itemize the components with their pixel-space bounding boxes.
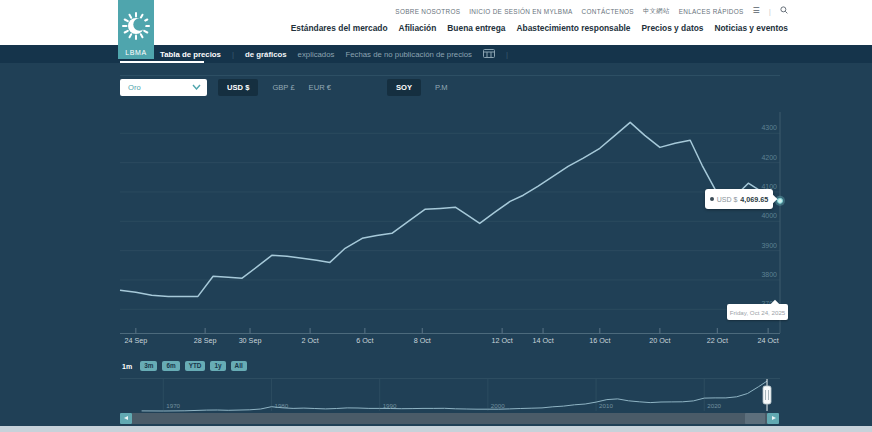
nav-prices-and-data[interactable]: Precios y datos bbox=[642, 23, 704, 33]
scrollbar-right-arrow[interactable] bbox=[767, 413, 779, 424]
x-axis-label: 22 Oct bbox=[707, 336, 728, 345]
x-axis-label: 2 Oct bbox=[301, 336, 318, 345]
x-axis-label: 24 Sep bbox=[124, 336, 147, 345]
utility-nav: SOBRE NOSOTROS INICIO DE SESIÓN EN MYLBM… bbox=[395, 6, 788, 16]
utility-link-contact[interactable]: CONTÁCTENOS bbox=[582, 8, 634, 15]
x-axis-label: 20 Oct bbox=[649, 336, 670, 345]
y-axis-label: 4300 bbox=[761, 124, 777, 131]
nav-membership[interactable]: Afiliación bbox=[399, 23, 437, 33]
tab-separator: | bbox=[506, 50, 508, 59]
navigator-year-label: 1970 bbox=[166, 402, 180, 409]
price-series-line bbox=[120, 122, 780, 296]
x-axis-label: 12 Oct bbox=[492, 336, 513, 345]
navigator-year-label: 2010 bbox=[599, 402, 613, 409]
navigator-handle[interactable] bbox=[763, 386, 771, 404]
navigator-series-line bbox=[142, 381, 767, 411]
utility-link-chinese-site[interactable]: 中文網站 bbox=[643, 7, 670, 16]
range-6m-button[interactable]: 6m bbox=[162, 361, 179, 371]
x-axis-label: 14 Oct bbox=[532, 336, 553, 345]
lbma-logo[interactable]: LBMA bbox=[118, 0, 154, 59]
scrollbar-left-arrow[interactable] bbox=[120, 413, 132, 424]
price-tabs: Tabla de precios | de gráficos explicado… bbox=[160, 48, 508, 60]
scrollbar-thumb[interactable] bbox=[745, 413, 765, 424]
navigator-year-label: 2020 bbox=[707, 402, 721, 409]
range-selector: 1m 3m 6m YTD 1y All bbox=[122, 361, 247, 371]
tab-price-table[interactable]: Tabla de precios bbox=[160, 50, 221, 59]
range-ytd-button[interactable]: YTD bbox=[185, 361, 206, 371]
x-axis-label: 6 Oct bbox=[356, 336, 373, 345]
tab-prices-explained[interactable]: explicados bbox=[298, 50, 335, 59]
active-tab-underline bbox=[120, 61, 204, 63]
lbma-logo-text: LBMA bbox=[118, 49, 154, 56]
x-axis-label: 8 Oct bbox=[414, 336, 431, 345]
price-tooltip-value: 4,069.65 bbox=[740, 195, 768, 204]
site-header: SOBRE NOSOTROS INICIO DE SESIÓN EN MYLBM… bbox=[0, 0, 872, 45]
tab-non-publication-dates[interactable]: Fechas de no publicación de precios bbox=[345, 50, 472, 59]
last-point-marker bbox=[778, 198, 783, 203]
y-axis-label: 3900 bbox=[761, 242, 777, 249]
tab-price-charts[interactable]: de gráficos bbox=[245, 50, 287, 59]
y-axis-label: 4000 bbox=[761, 212, 777, 219]
nav-news-and-events[interactable]: Noticias y eventos bbox=[714, 23, 788, 33]
y-axis-label: 4200 bbox=[761, 154, 777, 161]
menu-icon[interactable]: ☰ bbox=[753, 7, 760, 15]
price-tooltip-prefix: USD $ bbox=[717, 196, 738, 203]
page-bottom-strip bbox=[0, 426, 872, 432]
date-tooltip: Friday, Oct 24, 2025 bbox=[727, 304, 788, 320]
main-nav: Estándares del mercado Afiliación Buena … bbox=[291, 23, 788, 33]
navigator-year-label: 2000 bbox=[491, 402, 505, 409]
utility-link-about[interactable]: SOBRE NOSOTROS bbox=[395, 8, 460, 15]
range-all-button[interactable]: All bbox=[231, 361, 247, 371]
scrollbar-track[interactable] bbox=[132, 413, 767, 424]
utility-link-quick-links[interactable]: ENLACES RÁPIDOS bbox=[679, 8, 744, 15]
utility-divider: | bbox=[769, 8, 771, 15]
range-1m-selected[interactable]: 1m bbox=[122, 363, 132, 370]
x-axis-label: 24 Oct bbox=[758, 336, 779, 345]
tab-separator: | bbox=[232, 50, 234, 59]
date-tooltip-text: Friday, Oct 24, 2025 bbox=[730, 309, 786, 316]
page: SOBRE NOSOTROS INICIO DE SESIÓN EN MYLBM… bbox=[0, 0, 872, 432]
range-1y-button[interactable]: 1y bbox=[210, 361, 225, 371]
y-axis-label: 3800 bbox=[761, 271, 777, 278]
x-axis-label: 16 Oct bbox=[589, 336, 610, 345]
prices-section: Tabla de precios | de gráficos explicado… bbox=[0, 45, 872, 426]
lbma-sun-icon bbox=[118, 0, 154, 46]
x-axis-label: 30 Sep bbox=[239, 336, 262, 345]
nav-good-delivery[interactable]: Buena entrega bbox=[447, 23, 505, 33]
calendar-icon bbox=[483, 49, 495, 60]
utility-link-mylbma-login[interactable]: INICIO DE SESIÓN EN MYLBMA bbox=[469, 8, 572, 15]
search-icon[interactable] bbox=[780, 6, 788, 16]
series-dot-icon bbox=[710, 197, 714, 201]
range-3m-button[interactable]: 3m bbox=[140, 361, 157, 371]
nav-responsible-sourcing[interactable]: Abastecimiento responsable bbox=[517, 23, 631, 33]
price-tooltip: USD $ 4,069.65 bbox=[705, 189, 773, 209]
x-axis-label: 28 Sep bbox=[194, 336, 217, 345]
nav-market-standards[interactable]: Estándares del mercado bbox=[291, 23, 388, 33]
